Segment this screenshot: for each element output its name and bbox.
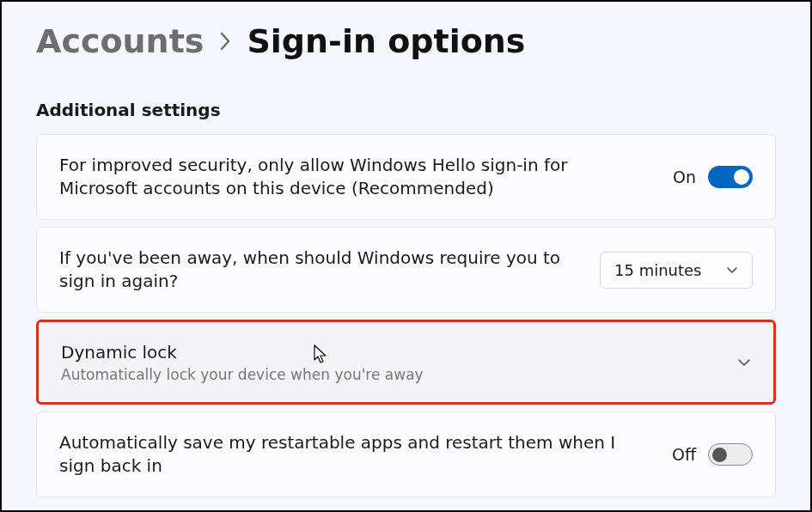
chevron-down-icon [726,264,738,276]
setting-row-restart-apps: Automatically save my restartable apps a… [36,411,776,497]
setting-row-hello-signin: For improved security, only allow Window… [36,134,776,220]
chevron-down-icon [737,356,751,369]
breadcrumb-parent[interactable]: Accounts [36,22,204,60]
setting-title: Dynamic lock [61,341,711,364]
setting-title: For improved security, only allow Window… [59,154,647,200]
toggle-state-label: On [673,168,696,186]
page-title: Sign-in options [247,22,525,60]
setting-title: Automatically save my restartable apps a… [59,431,646,478]
breadcrumb: Accounts Sign-in options [36,22,776,60]
section-heading-additional-settings: Additional settings [36,100,776,120]
setting-title: If you've been away, when should Windows… [59,247,574,293]
signin-timeout-dropdown[interactable]: 15 minutes [600,252,753,289]
chevron-right-icon [219,32,231,56]
hello-signin-toggle[interactable] [708,166,753,188]
toggle-state-label: Off [672,445,696,464]
setting-row-dynamic-lock[interactable]: Dynamic lock Automatically lock your dev… [36,320,776,405]
restart-apps-toggle[interactable] [708,443,753,466]
setting-subtitle: Automatically lock your device when you'… [61,366,711,383]
setting-row-signin-timeout: If you've been away, when should Windows… [36,227,776,313]
dropdown-value: 15 minutes [614,261,702,279]
